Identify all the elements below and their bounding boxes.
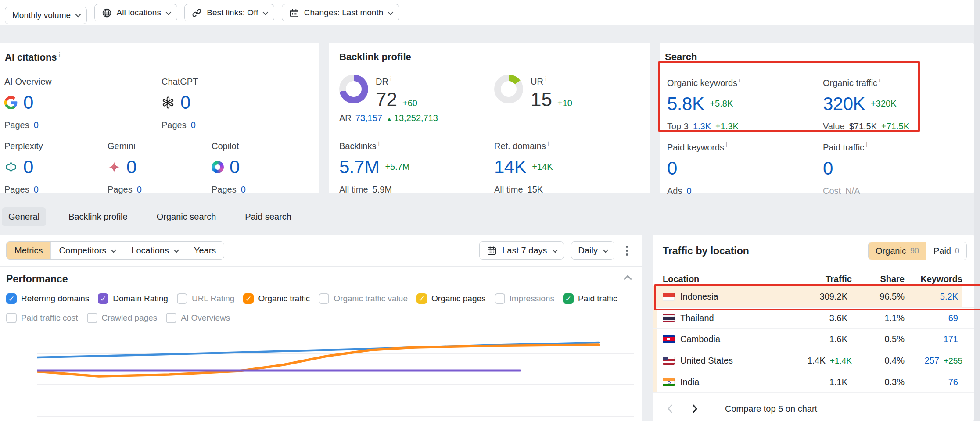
- tab-paid-search[interactable]: Paid search: [238, 207, 298, 226]
- toggle-organic[interactable]: Organic 90: [869, 242, 926, 260]
- organic-traffic-value[interactable]: 320K: [823, 94, 865, 114]
- divider: [653, 268, 974, 268]
- paid-traffic-value: 0: [823, 158, 833, 178]
- traffic-by-location-title: Traffic by location: [663, 245, 749, 257]
- keywords-link[interactable]: 76: [948, 377, 958, 387]
- keywords-link[interactable]: 257: [925, 356, 939, 366]
- keywords-link[interactable]: 5.2K: [940, 292, 958, 302]
- col-share[interactable]: Share: [852, 274, 905, 284]
- date-range-dropdown[interactable]: Last 7 days: [479, 241, 564, 260]
- granularity-dropdown[interactable]: Daily: [571, 241, 614, 260]
- locations-dropdown[interactable]: All locations: [94, 4, 177, 21]
- checkbox-paid-traffic[interactable]: Paid traffic: [563, 293, 617, 304]
- alltime-label: All time: [339, 185, 368, 195]
- view-segmented-control: Metrics Competitors Locations Years: [6, 241, 224, 260]
- ur-delta: +10: [557, 98, 572, 108]
- ai-overview-label: AI Overview: [4, 77, 52, 87]
- backlinks-value[interactable]: 5.7M: [339, 157, 379, 177]
- copilot-metric: Copilot 0 Pages0: [212, 141, 246, 195]
- tab-organic-search[interactable]: Organic search: [150, 207, 223, 226]
- col-traffic[interactable]: Traffic: [777, 274, 852, 284]
- dr-donut-gauge: [339, 75, 368, 103]
- col-location[interactable]: Location: [663, 274, 777, 284]
- keywords-link[interactable]: 171: [944, 334, 958, 344]
- previous-page-chevron-icon[interactable]: [664, 402, 677, 415]
- tab-general[interactable]: General: [2, 207, 46, 226]
- share-bar: [653, 308, 657, 329]
- calendar-icon: [289, 8, 299, 18]
- cost-value: N/A: [845, 186, 860, 196]
- ar-value[interactable]: 73,157: [355, 113, 382, 123]
- checkbox-icon: [6, 293, 17, 304]
- checkbox-organic-pages[interactable]: Organic pages: [416, 293, 486, 304]
- ur-metric: UR 15 +10: [531, 75, 572, 111]
- metric-checkboxes-row-2: Paid traffic cost Crawled pages AI Overv…: [6, 313, 230, 323]
- backlink-profile-card: Backlink profile DR 72 +60 UR 15 +10 AR …: [329, 43, 650, 193]
- segment-locations[interactable]: Locations: [123, 242, 186, 259]
- divider: [0, 266, 642, 267]
- checkbox-icon: [416, 293, 427, 304]
- checkbox-organic-traffic-value[interactable]: Organic traffic value: [319, 293, 408, 304]
- next-page-chevron-icon[interactable]: [688, 402, 701, 415]
- monthly-volume-dropdown[interactable]: Monthly volume: [5, 7, 87, 24]
- table-row-india[interactable]: India 1.1K 0.3% 76: [653, 371, 974, 393]
- checkbox-paid-traffic-cost[interactable]: Paid traffic cost: [6, 313, 78, 323]
- changes-label: Changes: Last month: [304, 8, 384, 18]
- checkbox-crawled-pages[interactable]: Crawled pages: [87, 313, 158, 323]
- ai-overview-pages-link[interactable]: 0: [34, 120, 39, 130]
- toggle-paid[interactable]: Paid 0: [926, 242, 966, 260]
- changes-dropdown[interactable]: Changes: Last month: [282, 4, 400, 21]
- performance-panel: Metrics Competitors Locations Years Last…: [0, 235, 642, 421]
- united-states-flag-icon: [663, 357, 675, 365]
- ads-value[interactable]: 0: [686, 186, 691, 196]
- perplexity-metric: Perplexity 0 Pages0: [4, 141, 43, 195]
- more-options-kebab-icon[interactable]: [621, 243, 632, 258]
- chevron-down-icon: [552, 247, 558, 253]
- top3-delta: +1.3K: [715, 121, 739, 132]
- perplexity-pages-link[interactable]: 0: [34, 185, 39, 195]
- ai-citations-title: AI citations: [5, 51, 60, 63]
- ref-domains-value[interactable]: 14K: [494, 157, 526, 177]
- segment-competitors[interactable]: Competitors: [50, 242, 123, 259]
- paid-traffic-label: Paid traffic: [823, 143, 864, 152]
- checkbox-icon: [319, 293, 329, 304]
- checkbox-url-rating[interactable]: URL Rating: [177, 293, 235, 304]
- copilot-pages-link[interactable]: 0: [241, 185, 246, 195]
- col-keywords[interactable]: Keywords: [905, 274, 962, 284]
- organic-keywords-value[interactable]: 5.8K: [667, 94, 704, 114]
- cost-label: Cost: [823, 186, 841, 196]
- ar-delta: 13,252,713: [394, 113, 438, 123]
- best-links-dropdown[interactable]: Best links: Off: [184, 4, 274, 21]
- traffic-by-location-panel: Traffic by location Organic 90 Paid 0 Lo…: [653, 235, 974, 421]
- table-row-united-states[interactable]: United States 1.4K+1.4K 0.4% 257+255: [653, 350, 974, 372]
- dr-metric: DR 72 +60: [376, 75, 417, 111]
- metric-checkboxes-row-1: Referring domains Domain Rating URL Rati…: [6, 293, 617, 304]
- top3-label: Top 3: [667, 121, 689, 132]
- table-row-thailand[interactable]: Thailand 3.6K 1.1% 69: [653, 308, 974, 329]
- top3-value[interactable]: 1.3K: [693, 121, 711, 132]
- site-overview-dashboard: Monthly volume All locations Best links:…: [0, 0, 980, 421]
- organic-keywords-label: Organic keywords: [667, 78, 737, 88]
- gemini-icon: [108, 161, 121, 174]
- compare-top5-link[interactable]: Compare top 5 on chart: [725, 404, 817, 414]
- backlinks-label: Backlinks: [339, 141, 376, 151]
- gemini-pages-link[interactable]: 0: [137, 185, 142, 195]
- checkbox-icon: [563, 293, 574, 304]
- table-row-cambodia[interactable]: Cambodia 1.6K 0.5% 171: [653, 329, 974, 350]
- checkbox-domain-rating[interactable]: Domain Rating: [98, 293, 168, 304]
- segment-years[interactable]: Years: [186, 242, 224, 259]
- segment-metrics[interactable]: Metrics: [7, 242, 50, 259]
- keywords-link[interactable]: 69: [948, 313, 958, 323]
- checkbox-referring-domains[interactable]: Referring domains: [6, 293, 89, 304]
- scrollbar-gutter[interactable]: [974, 0, 980, 421]
- checkbox-ai-overviews[interactable]: AI Overviews: [166, 313, 230, 323]
- table-row-indonesia[interactable]: Indonesia 309.2K 96.5% 5.2K: [653, 286, 974, 308]
- checkbox-icon: [177, 293, 187, 304]
- performance-chart[interactable]: [37, 338, 634, 420]
- tab-backlink-profile[interactable]: Backlink profile: [62, 207, 134, 226]
- pages-label: Pages: [162, 120, 187, 130]
- collapse-chevron-up-icon[interactable]: [624, 275, 632, 283]
- checkbox-impressions[interactable]: Impressions: [495, 293, 554, 304]
- chatgpt-pages-link[interactable]: 0: [191, 120, 196, 130]
- checkbox-organic-traffic[interactable]: Organic traffic: [243, 293, 310, 304]
